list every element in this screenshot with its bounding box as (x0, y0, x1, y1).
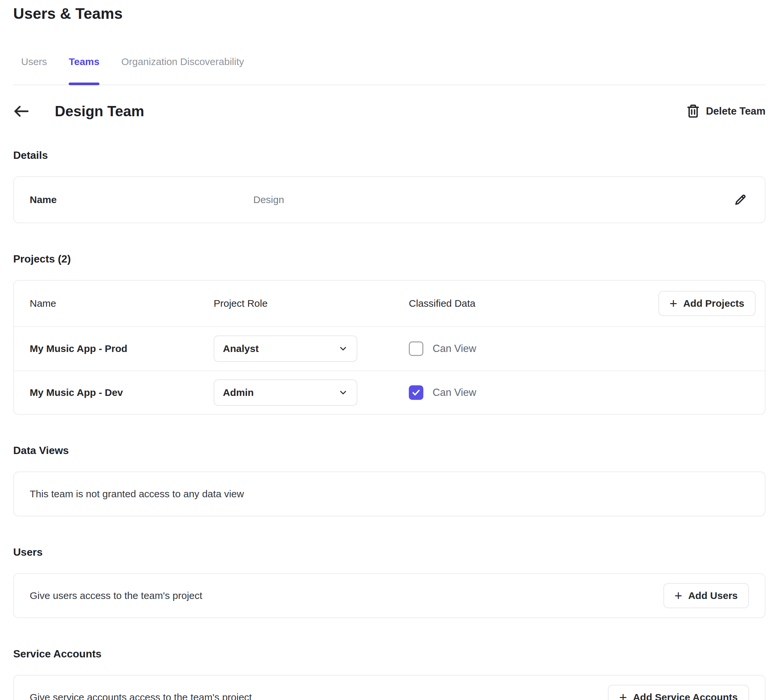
service-accounts-empty-text: Give service accounts access to the team… (30, 692, 252, 700)
projects-table-header: Name Project Role Classified Data + Add … (14, 281, 765, 327)
pencil-icon (734, 193, 747, 207)
add-projects-button[interactable]: + Add Projects (658, 291, 756, 316)
tab-users[interactable]: Users (21, 56, 47, 85)
delete-team-button[interactable]: Delete Team (687, 104, 765, 118)
can-view-label: Can View (433, 343, 476, 355)
project-role-value: Admin (223, 387, 253, 398)
arrow-left-icon (13, 105, 29, 118)
users-card: Give users access to the team's project … (13, 573, 765, 618)
trash-icon (687, 104, 700, 118)
team-title: Design Team (55, 103, 144, 120)
back-button[interactable] (13, 105, 36, 118)
team-header: Design Team Delete Team (13, 103, 765, 120)
tab-bar: Users Teams Organization Discoverability (13, 56, 765, 85)
plus-icon: + (675, 589, 682, 602)
plus-icon: + (670, 297, 677, 310)
data-views-card: This team is not granted access to any d… (13, 472, 765, 517)
tab-teams[interactable]: Teams (69, 56, 99, 85)
chevron-down-icon (338, 388, 348, 398)
edit-name-button[interactable] (730, 190, 750, 210)
data-views-heading: Data Views (13, 445, 765, 457)
can-view-label: Can View (433, 387, 476, 398)
column-project-role: Project Role (214, 298, 403, 309)
delete-team-label: Delete Team (706, 105, 765, 117)
users-empty-text: Give users access to the team's project (30, 590, 202, 601)
can-view-checkbox[interactable] (409, 385, 423, 400)
project-name: My Music App - Dev (30, 387, 214, 398)
project-role-value: Analyst (223, 343, 258, 354)
project-row-dev: My Music App - Dev Admin Can View (14, 370, 765, 414)
classified-data-cell: Can View (409, 385, 749, 400)
column-classified-data: Classified Data (409, 298, 658, 309)
details-name-value: Design (253, 194, 730, 205)
add-service-accounts-button[interactable]: + Add Service Accounts (608, 685, 749, 700)
chevron-down-icon (338, 344, 348, 353)
project-name: My Music App - Prod (30, 343, 214, 354)
add-projects-label: Add Projects (683, 298, 744, 309)
add-users-button[interactable]: + Add Users (663, 583, 749, 608)
service-accounts-heading: Service Accounts (13, 648, 765, 660)
data-views-empty-text: This team is not granted access to any d… (30, 488, 244, 500)
can-view-checkbox[interactable] (409, 342, 423, 356)
checkmark-icon (411, 388, 421, 397)
projects-heading: Projects (2) (13, 253, 765, 265)
add-users-label: Add Users (688, 590, 738, 601)
project-role-select[interactable]: Admin (214, 379, 357, 406)
column-name: Name (30, 298, 214, 309)
details-heading: Details (13, 149, 765, 162)
add-service-accounts-label: Add Service Accounts (633, 692, 738, 700)
project-row-prod: My Music App - Prod Analyst Can View (14, 327, 765, 370)
project-role-select[interactable]: Analyst (214, 335, 357, 362)
service-accounts-card: Give service accounts access to the team… (13, 675, 765, 700)
tab-organization-discoverability[interactable]: Organization Discoverability (121, 56, 244, 85)
details-card: Name Design (13, 176, 765, 223)
plus-icon: + (619, 691, 627, 700)
classified-data-cell: Can View (409, 342, 749, 356)
details-name-row: Name Design (30, 177, 750, 223)
users-heading: Users (13, 546, 765, 558)
projects-card: Name Project Role Classified Data + Add … (13, 280, 765, 415)
details-name-label: Name (30, 194, 253, 205)
page-title: Users & Teams (13, 5, 765, 22)
